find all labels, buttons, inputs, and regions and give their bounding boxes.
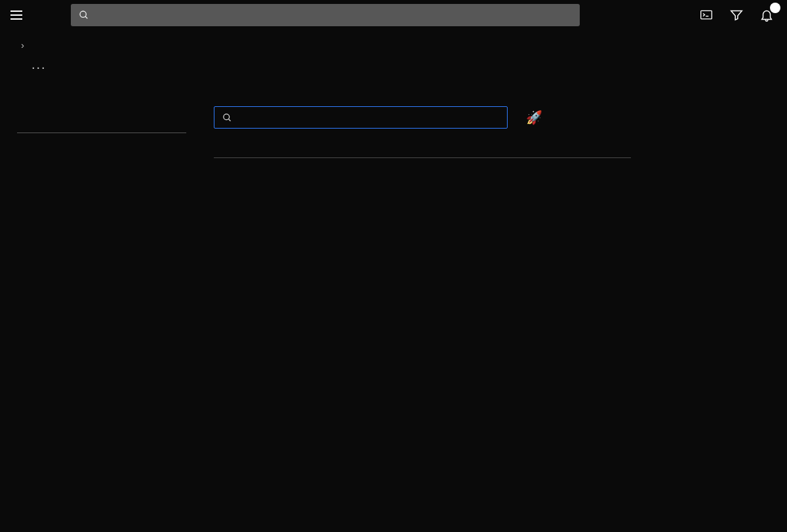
notification-badge <box>770 3 780 13</box>
svg-rect-2 <box>701 10 712 18</box>
marketplace-search-input[interactable] <box>239 112 499 123</box>
filter-icon[interactable] <box>729 8 744 22</box>
menu-icon[interactable] <box>8 6 26 24</box>
categories-header <box>17 126 186 133</box>
sidebar <box>17 106 214 173</box>
main-panel: 🚀 <box>214 106 770 173</box>
svg-line-1 <box>85 16 87 18</box>
content: › ··· 🚀 <box>0 30 787 182</box>
getting-started: 🚀 <box>526 110 555 125</box>
page-title-row: ··· <box>17 60 770 75</box>
search-icon <box>222 113 232 123</box>
svg-point-0 <box>80 11 86 17</box>
chevron-right-icon: › <box>21 39 24 51</box>
global-search[interactable] <box>71 4 580 26</box>
notifications-icon[interactable] <box>759 8 774 22</box>
topbar-actions <box>699 8 779 22</box>
breadcrumb: › <box>17 39 770 51</box>
cloud-shell-icon[interactable] <box>699 8 714 22</box>
more-actions-icon[interactable]: ··· <box>31 60 47 75</box>
svg-point-4 <box>224 113 230 119</box>
rocket-icon: 🚀 <box>526 110 542 125</box>
search-icon <box>79 10 89 20</box>
top-bar <box>0 0 787 30</box>
global-search-input[interactable] <box>94 10 572 21</box>
marketplace-search[interactable] <box>214 106 508 129</box>
popular-offers-header <box>214 151 631 158</box>
svg-line-5 <box>228 119 230 121</box>
